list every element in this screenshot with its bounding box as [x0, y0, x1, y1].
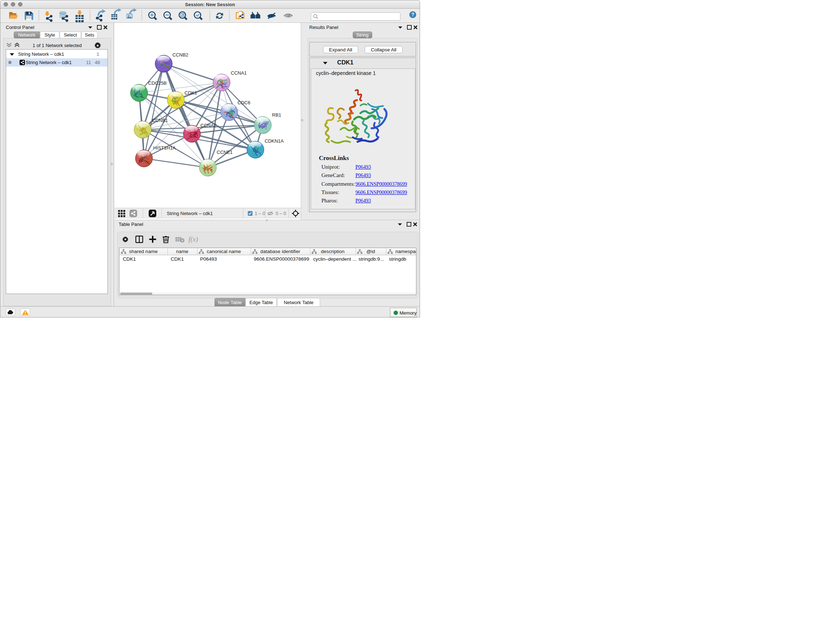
- svg-text:CDC6: CDC6: [238, 100, 250, 105]
- svg-text:1 – 0: 1 – 0: [255, 211, 265, 216]
- svg-text:String Network – cdk1: String Network – cdk1: [167, 211, 213, 216]
- svg-text:CCNE1: CCNE1: [217, 149, 233, 155]
- svg-text:RB1: RB1: [272, 112, 281, 118]
- svg-text:?: ?: [411, 11, 415, 17]
- svg-text:CDKN1A: CDKN1A: [265, 138, 284, 144]
- svg-text:CCNB1: CCNB1: [152, 118, 168, 123]
- svg-text:0 – 0: 0 – 0: [276, 211, 286, 216]
- svg-text:CDC25B: CDC25B: [148, 80, 167, 86]
- svg-text:f(x): f(x): [188, 235, 198, 243]
- svg-text:CCNA2: CCNA2: [201, 123, 216, 128]
- svg-text:CDK1: CDK1: [185, 90, 197, 96]
- svg-text:HIST1H1A: HIST1H1A: [153, 145, 176, 150]
- svg-text:CCNA1: CCNA1: [231, 70, 247, 76]
- svg-text:CCNB2: CCNB2: [172, 52, 188, 57]
